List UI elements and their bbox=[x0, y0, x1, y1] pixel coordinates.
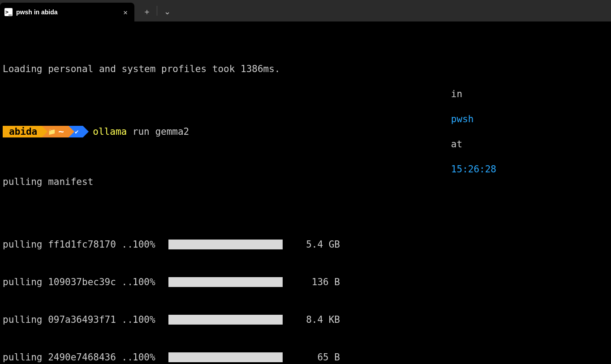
progress-bar bbox=[168, 277, 283, 287]
right-time: 15:26:28 bbox=[451, 164, 496, 175]
titlebar-controls: ＋ ⌄ bbox=[134, 0, 176, 21]
close-tab-button[interactable]: ✕ bbox=[120, 7, 131, 17]
prompt-line: abida 📁 ~ ✔ ollama run gemma2 in pwsh at… bbox=[3, 125, 608, 138]
pull-percent: 100% bbox=[133, 238, 168, 251]
right-shell: pwsh bbox=[451, 114, 474, 124]
command-args: run gemma2 bbox=[133, 126, 189, 137]
pull-size: 5.4 GB bbox=[291, 238, 340, 251]
powershell-icon: >_ bbox=[4, 8, 13, 16]
pull-label: pulling 109037bec39c ... bbox=[3, 276, 133, 288]
pull-size: 65 B bbox=[291, 351, 340, 364]
progress-bar bbox=[168, 352, 283, 362]
pull-label: pulling 097a36493f71 ... bbox=[3, 313, 133, 326]
pull-percent: 100% bbox=[133, 313, 168, 326]
tab-title: pwsh in abida bbox=[16, 9, 116, 16]
progress-bar bbox=[168, 315, 283, 325]
pull-percent: 100% bbox=[133, 351, 168, 364]
pull-row: pulling 2490e7468436 ... 100% 65 B bbox=[3, 351, 608, 364]
active-tab[interactable]: >_ pwsh in abida ✕ bbox=[0, 3, 134, 21]
pull-row: pulling 109037bec39c ... 100% 136 B bbox=[3, 276, 608, 288]
pull-row: pulling 097a36493f71 ... 100% 8.4 KB bbox=[3, 313, 608, 326]
prompt-user: abida bbox=[9, 125, 37, 138]
tab-dropdown-button[interactable]: ⌄ bbox=[158, 3, 176, 21]
terminal-area[interactable]: Loading personal and system profiles too… bbox=[0, 21, 611, 364]
check-icon: ✔ bbox=[75, 125, 78, 138]
pull-size: 136 B bbox=[291, 276, 340, 288]
pull-label: pulling 2490e7468436 ... bbox=[3, 351, 133, 364]
prompt-tilde: ~ bbox=[58, 125, 64, 138]
loading-line: Loading personal and system profiles too… bbox=[3, 63, 608, 75]
progress-bar bbox=[168, 240, 283, 249]
titlebar: >_ pwsh in abida ✕ ＋ ⌄ bbox=[0, 0, 611, 21]
right-in: in bbox=[451, 89, 462, 99]
pull-percent: 100% bbox=[133, 276, 168, 288]
command-name: ollama bbox=[93, 126, 127, 137]
prompt-user-segment: abida bbox=[3, 126, 42, 137]
titlebar-divider bbox=[157, 6, 157, 16]
folder-icon: 📁 bbox=[48, 125, 56, 138]
new-tab-button[interactable]: ＋ bbox=[138, 3, 156, 21]
prompt-right-info: in pwsh at 15:26:28 bbox=[417, 75, 608, 188]
right-at: at bbox=[451, 139, 462, 150]
pull-label: pulling ff1d1fc78170 ... bbox=[3, 238, 133, 251]
pull-size: 8.4 KB bbox=[291, 313, 340, 326]
command-text: ollama run gemma2 bbox=[93, 125, 189, 138]
pull-row: pulling ff1d1fc78170 ... 100% 5.4 GB bbox=[3, 238, 608, 251]
